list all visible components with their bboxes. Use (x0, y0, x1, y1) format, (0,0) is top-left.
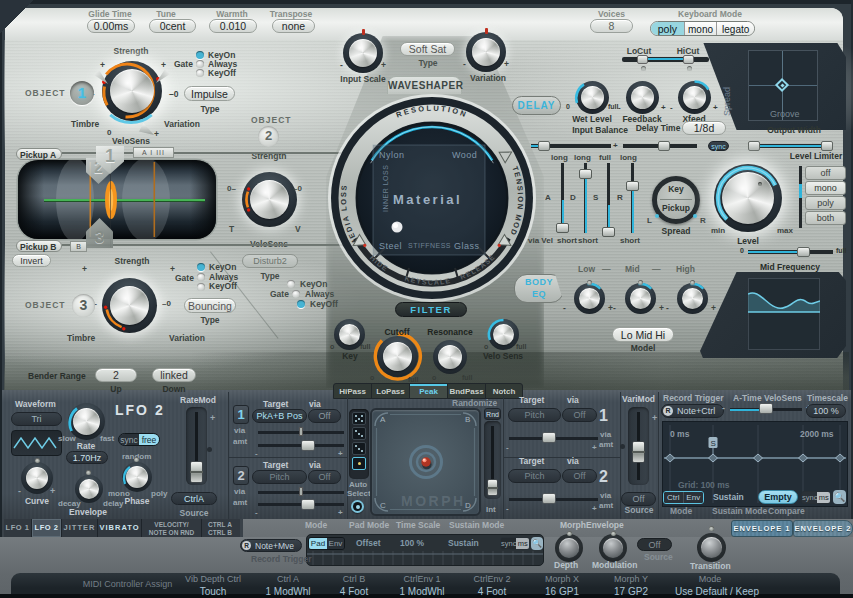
svg-text:Nylon: Nylon (379, 150, 405, 160)
svg-text:Material: Material (393, 192, 462, 207)
svg-text:D: D (465, 501, 471, 510)
svg-text:S: S (711, 439, 716, 448)
svg-text:MORPH: MORPH (401, 493, 466, 509)
svg-text:Glass: Glass (454, 241, 480, 251)
svg-text:A: A (380, 415, 386, 424)
svg-text:INNER LOSS: INNER LOSS (382, 165, 389, 212)
svg-text:C: C (380, 501, 386, 510)
svg-text:STIFFNESS: STIFFNESS (408, 242, 451, 249)
svg-text:B: B (465, 415, 470, 424)
svg-text:Wood: Wood (452, 150, 477, 160)
svg-text:Steel: Steel (379, 241, 402, 251)
